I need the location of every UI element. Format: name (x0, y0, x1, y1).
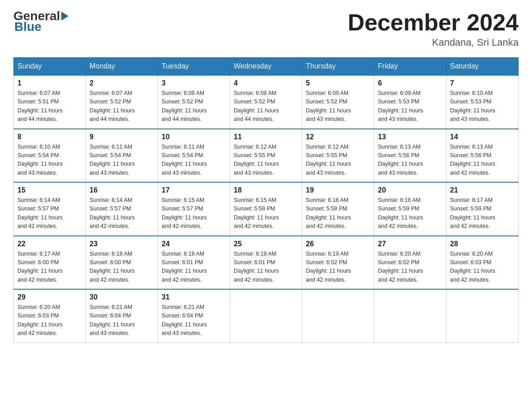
day-number: 24 (162, 240, 226, 248)
table-row: 2 Sunrise: 6:07 AMSunset: 5:52 PMDayligh… (86, 75, 158, 129)
day-number: 22 (17, 240, 82, 248)
day-info: Sunrise: 6:18 AMSunset: 6:00 PMDaylight:… (90, 251, 135, 283)
calendar-week-row: 15 Sunrise: 6:14 AMSunset: 5:57 PMDaylig… (14, 182, 519, 236)
day-info: Sunrise: 6:15 AMSunset: 5:57 PMDaylight:… (162, 197, 207, 229)
table-row: 25 Sunrise: 6:19 AMSunset: 6:01 PMDaylig… (230, 236, 302, 290)
table-row (374, 289, 446, 342)
table-row: 12 Sunrise: 6:12 AMSunset: 5:55 PMDaylig… (302, 129, 374, 183)
table-row: 20 Sunrise: 6:16 AMSunset: 5:59 PMDaylig… (374, 182, 446, 236)
day-info: Sunrise: 6:13 AMSunset: 5:56 PMDaylight:… (450, 144, 495, 176)
location-text: Kandana, Sri Lanka (348, 37, 519, 48)
table-row: 5 Sunrise: 6:09 AMSunset: 5:52 PMDayligh… (302, 75, 374, 129)
table-row: 4 Sunrise: 6:08 AMSunset: 5:52 PMDayligh… (230, 75, 302, 129)
header: General Blue December 2024 Kandana, Sri … (13, 9, 519, 48)
col-monday: Monday (86, 58, 158, 76)
day-number: 9 (90, 133, 154, 141)
table-row: 26 Sunrise: 6:19 AMSunset: 6:02 PMDaylig… (302, 236, 374, 290)
table-row: 31 Sunrise: 6:21 AMSunset: 6:04 PMDaylig… (158, 289, 230, 342)
day-number: 29 (17, 293, 82, 301)
day-info: Sunrise: 6:09 AMSunset: 5:52 PMDaylight:… (306, 90, 351, 122)
table-row: 18 Sunrise: 6:15 AMSunset: 5:58 PMDaylig… (230, 182, 302, 236)
day-number: 10 (162, 133, 226, 141)
day-number: 4 (234, 79, 298, 87)
table-row: 24 Sunrise: 6:18 AMSunset: 6:01 PMDaylig… (158, 236, 230, 290)
day-info: Sunrise: 6:19 AMSunset: 6:01 PMDaylight:… (234, 251, 279, 283)
day-number: 8 (17, 133, 82, 141)
table-row: 23 Sunrise: 6:18 AMSunset: 6:00 PMDaylig… (86, 236, 158, 290)
day-info: Sunrise: 6:08 AMSunset: 5:52 PMDaylight:… (162, 90, 207, 122)
table-row: 29 Sunrise: 6:20 AMSunset: 6:03 PMDaylig… (14, 289, 86, 342)
table-row: 6 Sunrise: 6:09 AMSunset: 5:53 PMDayligh… (374, 75, 446, 129)
table-row: 22 Sunrise: 6:17 AMSunset: 6:00 PMDaylig… (14, 236, 86, 290)
day-number: 11 (234, 133, 298, 141)
day-number: 31 (162, 293, 226, 301)
day-info: Sunrise: 6:14 AMSunset: 5:57 PMDaylight:… (17, 197, 63, 229)
day-info: Sunrise: 6:12 AMSunset: 5:55 PMDaylight:… (306, 144, 351, 176)
day-number: 25 (234, 240, 298, 248)
day-info: Sunrise: 6:09 AMSunset: 5:53 PMDaylight:… (378, 90, 423, 122)
day-info: Sunrise: 6:11 AMSunset: 5:54 PMDaylight:… (162, 144, 207, 176)
day-info: Sunrise: 6:07 AMSunset: 5:52 PMDaylight:… (90, 90, 135, 122)
calendar-week-row: 29 Sunrise: 6:20 AMSunset: 6:03 PMDaylig… (14, 289, 519, 342)
day-number: 17 (162, 186, 226, 194)
logo-arrow-icon (61, 12, 69, 21)
day-info: Sunrise: 6:14 AMSunset: 5:57 PMDaylight:… (90, 197, 135, 229)
calendar-week-row: 22 Sunrise: 6:17 AMSunset: 6:00 PMDaylig… (14, 236, 519, 290)
day-info: Sunrise: 6:17 AMSunset: 5:59 PMDaylight:… (450, 197, 495, 229)
day-number: 3 (162, 79, 226, 87)
day-number: 6 (378, 79, 442, 87)
day-info: Sunrise: 6:16 AMSunset: 5:59 PMDaylight:… (378, 197, 423, 229)
day-number: 28 (450, 240, 515, 248)
table-row (230, 289, 302, 342)
table-row: 3 Sunrise: 6:08 AMSunset: 5:52 PMDayligh… (158, 75, 230, 129)
col-thursday: Thursday (302, 58, 374, 76)
day-number: 19 (306, 186, 370, 194)
day-info: Sunrise: 6:10 AMSunset: 5:53 PMDaylight:… (450, 90, 495, 122)
table-row: 15 Sunrise: 6:14 AMSunset: 5:57 PMDaylig… (14, 182, 86, 236)
table-row: 19 Sunrise: 6:16 AMSunset: 5:58 PMDaylig… (302, 182, 374, 236)
table-row: 30 Sunrise: 6:21 AMSunset: 6:04 PMDaylig… (86, 289, 158, 342)
day-info: Sunrise: 6:21 AMSunset: 6:04 PMDaylight:… (162, 304, 207, 336)
day-number: 27 (378, 240, 442, 248)
day-info: Sunrise: 6:08 AMSunset: 5:52 PMDaylight:… (234, 90, 279, 122)
day-number: 7 (450, 79, 515, 87)
day-info: Sunrise: 6:20 AMSunset: 6:03 PMDaylight:… (450, 251, 495, 283)
table-row (302, 289, 374, 342)
day-info: Sunrise: 6:20 AMSunset: 6:02 PMDaylight:… (378, 251, 423, 283)
day-info: Sunrise: 6:15 AMSunset: 5:58 PMDaylight:… (234, 197, 279, 229)
day-info: Sunrise: 6:21 AMSunset: 6:04 PMDaylight:… (90, 304, 135, 336)
col-sunday: Sunday (14, 58, 86, 76)
day-info: Sunrise: 6:07 AMSunset: 5:51 PMDaylight:… (17, 90, 63, 122)
table-row: 28 Sunrise: 6:20 AMSunset: 6:03 PMDaylig… (446, 236, 519, 290)
day-number: 5 (306, 79, 370, 87)
table-row: 7 Sunrise: 6:10 AMSunset: 5:53 PMDayligh… (446, 75, 519, 129)
day-number: 18 (234, 186, 298, 194)
title-area: December 2024 Kandana, Sri Lanka (348, 9, 519, 48)
table-row: 1 Sunrise: 6:07 AMSunset: 5:51 PMDayligh… (14, 75, 86, 129)
day-info: Sunrise: 6:11 AMSunset: 5:54 PMDaylight:… (90, 144, 135, 176)
table-row (446, 289, 519, 342)
day-info: Sunrise: 6:20 AMSunset: 6:03 PMDaylight:… (17, 304, 63, 336)
table-row: 16 Sunrise: 6:14 AMSunset: 5:57 PMDaylig… (86, 182, 158, 236)
calendar-week-row: 8 Sunrise: 6:10 AMSunset: 5:54 PMDayligh… (14, 129, 519, 183)
day-info: Sunrise: 6:10 AMSunset: 5:54 PMDaylight:… (17, 144, 63, 176)
logo: General Blue (13, 9, 70, 34)
day-number: 2 (90, 79, 154, 87)
table-row: 17 Sunrise: 6:15 AMSunset: 5:57 PMDaylig… (158, 182, 230, 236)
day-info: Sunrise: 6:19 AMSunset: 6:02 PMDaylight:… (306, 251, 351, 283)
day-number: 20 (378, 186, 442, 194)
table-row: 21 Sunrise: 6:17 AMSunset: 5:59 PMDaylig… (446, 182, 519, 236)
col-friday: Friday (374, 58, 446, 76)
table-row: 8 Sunrise: 6:10 AMSunset: 5:54 PMDayligh… (14, 129, 86, 183)
day-number: 21 (450, 186, 515, 194)
table-row: 13 Sunrise: 6:13 AMSunset: 5:56 PMDaylig… (374, 129, 446, 183)
day-number: 16 (90, 186, 154, 194)
calendar-table: Sunday Monday Tuesday Wednesday Thursday… (13, 57, 519, 343)
day-number: 13 (378, 133, 442, 141)
day-number: 26 (306, 240, 370, 248)
day-number: 14 (450, 133, 515, 141)
day-info: Sunrise: 6:16 AMSunset: 5:58 PMDaylight:… (306, 197, 351, 229)
col-tuesday: Tuesday (158, 58, 230, 76)
col-wednesday: Wednesday (230, 58, 302, 76)
table-row: 9 Sunrise: 6:11 AMSunset: 5:54 PMDayligh… (86, 129, 158, 183)
